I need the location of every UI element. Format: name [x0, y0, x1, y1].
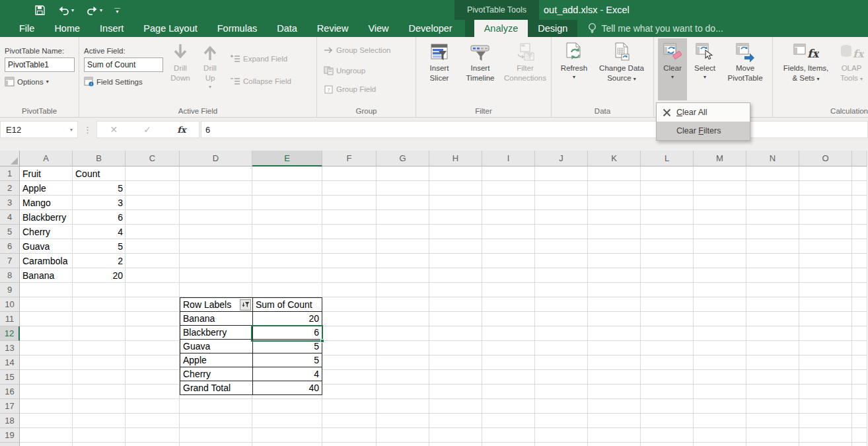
cell[interactable]: [322, 443, 377, 446]
cell[interactable]: [73, 399, 126, 414]
cell[interactable]: [126, 355, 180, 370]
cell[interactable]: [535, 254, 588, 268]
cell[interactable]: [588, 196, 641, 210]
cell[interactable]: [799, 210, 852, 225]
column-header-L[interactable]: L: [641, 151, 694, 167]
cell[interactable]: [694, 254, 746, 268]
cell[interactable]: [180, 210, 252, 225]
pivot-row-label[interactable]: Guava: [180, 340, 253, 353]
cell[interactable]: [377, 414, 429, 428]
insert-timeline-button[interactable]: InsertTimeline: [460, 38, 501, 100]
redo-caret-icon[interactable]: ▾: [100, 7, 102, 13]
pivot-row-value[interactable]: 4: [253, 367, 322, 381]
row-header-8[interactable]: 8: [0, 268, 20, 283]
cell[interactable]: [322, 297, 377, 312]
cell[interactable]: [20, 355, 73, 370]
cell[interactable]: [126, 167, 180, 181]
cell[interactable]: [641, 210, 694, 225]
cell[interactable]: [126, 254, 180, 268]
cell[interactable]: [429, 385, 482, 399]
redo-button[interactable]: ▾: [86, 5, 102, 15]
cell[interactable]: [746, 283, 799, 297]
cell[interactable]: [588, 283, 641, 297]
cell[interactable]: [746, 341, 799, 355]
pivot-row-value[interactable]: 20: [253, 312, 322, 326]
ungroup-button[interactable]: Ungroup: [324, 66, 365, 75]
cell[interactable]: [20, 312, 73, 326]
cell[interactable]: [482, 414, 535, 428]
cell[interactable]: [482, 399, 535, 414]
options-button[interactable]: Options▾: [5, 77, 49, 87]
cell[interactable]: [180, 443, 252, 446]
row-header-1[interactable]: 1: [0, 167, 20, 181]
cell[interactable]: [588, 268, 641, 283]
cell[interactable]: [429, 370, 482, 385]
cell[interactable]: [73, 312, 126, 326]
row-header-20[interactable]: 20: [0, 443, 20, 446]
cell[interactable]: [852, 196, 867, 210]
cell[interactable]: [429, 341, 482, 355]
cell[interactable]: [20, 326, 73, 341]
cell[interactable]: [20, 370, 73, 385]
cell[interactable]: [377, 196, 429, 210]
column-header-C[interactable]: C: [126, 151, 180, 167]
clear-filters-menu-item[interactable]: Clear Filters: [657, 122, 750, 140]
cell[interactable]: [588, 312, 641, 326]
cell[interactable]: [322, 283, 377, 297]
cell[interactable]: [852, 167, 867, 181]
cell[interactable]: [852, 443, 867, 446]
cell[interactable]: [588, 385, 641, 399]
cell[interactable]: [126, 385, 180, 399]
cell[interactable]: [641, 196, 694, 210]
tab-file[interactable]: File: [9, 20, 44, 37]
cell[interactable]: [252, 443, 322, 446]
cell[interactable]: [694, 443, 746, 446]
cell[interactable]: [852, 283, 867, 297]
cell[interactable]: [482, 283, 535, 297]
cell[interactable]: [799, 370, 852, 385]
tell-me-box[interactable]: Tell me what you want to do...: [588, 20, 723, 37]
change-data-source-button[interactable]: Change DataSource ▾: [593, 38, 651, 100]
cell[interactable]: [322, 254, 377, 268]
cell[interactable]: [588, 355, 641, 370]
cell[interactable]: [377, 385, 429, 399]
group-field-button[interactable]: 7 Group Field: [324, 85, 376, 94]
column-header-K[interactable]: K: [588, 151, 641, 167]
cell[interactable]: [641, 312, 694, 326]
row-header-11[interactable]: 11: [0, 312, 20, 326]
cell[interactable]: [180, 254, 252, 268]
pivot-row-value[interactable]: 40: [253, 381, 322, 395]
cell[interactable]: [535, 268, 588, 283]
row-header-3[interactable]: 3: [0, 196, 20, 210]
fields-items-sets-button[interactable]: fx Fields, Items,& Sets ▾: [777, 38, 835, 100]
column-header-H[interactable]: H: [429, 151, 482, 167]
cell[interactable]: [641, 399, 694, 414]
cell[interactable]: [641, 268, 694, 283]
cell[interactable]: [322, 355, 377, 370]
cell[interactable]: [429, 225, 482, 239]
row-labels-filter-button[interactable]: [240, 299, 251, 311]
cell[interactable]: [588, 326, 641, 341]
cell[interactable]: [641, 283, 694, 297]
cell[interactable]: [252, 414, 322, 428]
cell[interactable]: [746, 326, 799, 341]
cell[interactable]: [746, 355, 799, 370]
cell[interactable]: [377, 210, 429, 225]
pivot-row-label[interactable]: Apple: [180, 353, 253, 367]
cell[interactable]: [799, 196, 852, 210]
cell[interactable]: [126, 297, 180, 312]
cell[interactable]: [126, 239, 180, 254]
cell[interactable]: [746, 196, 799, 210]
cell[interactable]: [126, 196, 180, 210]
cell[interactable]: [746, 225, 799, 239]
cell[interactable]: [429, 254, 482, 268]
cell[interactable]: [799, 399, 852, 414]
cell[interactable]: [746, 167, 799, 181]
insert-slicer-button[interactable]: InsertSlicer: [420, 38, 458, 100]
cell[interactable]: [180, 239, 252, 254]
cell[interactable]: [694, 210, 746, 225]
cell[interactable]: [180, 268, 252, 283]
cell[interactable]: [694, 385, 746, 399]
cell[interactable]: [126, 181, 180, 196]
cell[interactable]: [377, 167, 429, 181]
